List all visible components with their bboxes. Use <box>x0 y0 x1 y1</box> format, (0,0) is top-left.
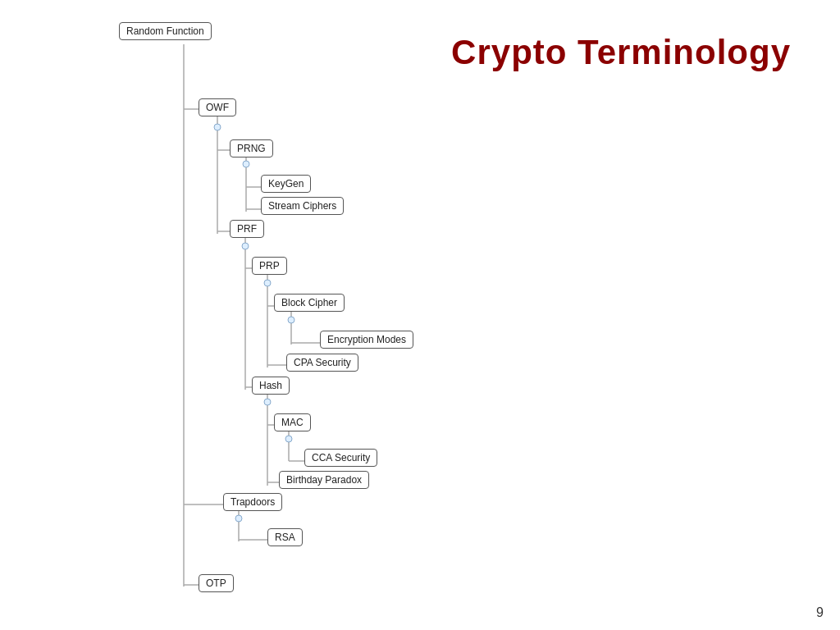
svg-point-29 <box>288 317 294 323</box>
node-cca-security: CCA Security <box>304 449 377 467</box>
svg-point-28 <box>264 280 271 286</box>
node-rsa: RSA <box>267 528 303 546</box>
node-cpa-security: CPA Security <box>286 354 358 372</box>
svg-point-30 <box>264 399 271 405</box>
node-keygen: KeyGen <box>261 175 311 193</box>
svg-point-26 <box>243 161 249 167</box>
node-owf: OWF <box>199 98 236 116</box>
svg-point-27 <box>242 243 249 249</box>
node-birthday-paradox: Birthday Paradox <box>279 471 369 489</box>
page-number: 9 <box>816 605 824 620</box>
node-trapdoors: Trapdoors <box>223 493 282 511</box>
svg-point-25 <box>214 124 221 130</box>
node-prp: PRP <box>252 257 287 275</box>
tree-container: Random Function OWF PRNG KeyGen Stream C… <box>0 0 345 630</box>
node-random-function: Random Function <box>119 22 212 40</box>
node-mac: MAC <box>274 413 311 431</box>
svg-point-31 <box>285 436 292 442</box>
node-block-cipher: Block Cipher <box>274 294 345 312</box>
node-prf: PRF <box>230 220 264 238</box>
node-prng: PRNG <box>230 139 273 158</box>
node-hash: Hash <box>252 377 290 395</box>
title: Crypto Terminology <box>451 33 791 72</box>
node-stream-ciphers: Stream Ciphers <box>261 197 344 215</box>
svg-point-32 <box>235 515 242 522</box>
node-otp: OTP <box>199 574 234 592</box>
node-encryption-modes: Encryption Modes <box>320 331 413 349</box>
